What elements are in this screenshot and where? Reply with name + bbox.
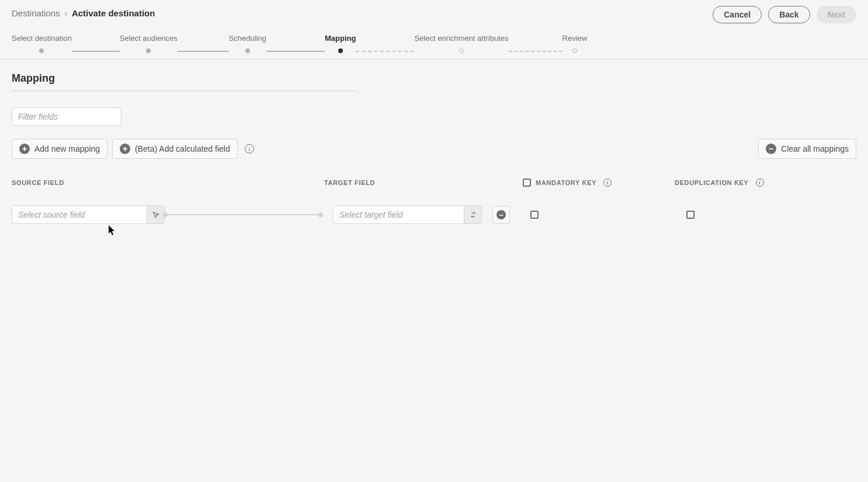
chevron-right-icon: › — [65, 9, 67, 18]
step-connector — [356, 51, 414, 52]
minus-circle-icon: − — [497, 210, 506, 219]
source-field-picker-button[interactable] — [147, 206, 164, 223]
link-dot-icon — [318, 212, 323, 217]
next-button: Next — [817, 6, 856, 23]
add-new-mapping-button[interactable]: + Add new mapping — [12, 139, 107, 159]
step-label: Review — [563, 34, 588, 48]
mapping-link-line — [165, 214, 321, 215]
step-dot-icon — [459, 48, 464, 53]
info-icon[interactable]: i — [245, 144, 254, 153]
column-header-source: SOURCE FIELD — [12, 179, 324, 186]
add-calculated-field-button[interactable]: + (Beta) Add calculated field — [112, 139, 238, 159]
step-dot-icon — [146, 48, 151, 53]
cursor-icon — [152, 211, 160, 219]
link-dot-icon — [163, 212, 168, 217]
column-header-dedup: DEDUPLICATION KEY — [675, 179, 749, 186]
cancel-button[interactable]: Cancel — [713, 6, 762, 23]
step-scheduling[interactable]: Scheduling — [229, 34, 266, 53]
column-header-mandatory: MANDATORY KEY — [536, 179, 596, 186]
breadcrumb-root[interactable]: Destinations — [12, 8, 60, 18]
filter-fields-input[interactable] — [12, 107, 121, 126]
step-label: Select audiences — [120, 34, 178, 48]
back-button[interactable]: Back — [768, 6, 810, 23]
deduplication-key-checkbox[interactable] — [686, 211, 695, 219]
stepper: Select destination Select audiences Sche… — [0, 23, 868, 59]
swap-icon — [469, 211, 477, 219]
step-dot-icon — [338, 48, 343, 53]
step-connector — [72, 51, 120, 52]
step-connector — [178, 51, 229, 52]
add-new-mapping-label: Add new mapping — [34, 144, 100, 153]
column-header-target: TARGET FIELD — [324, 179, 523, 186]
clear-all-mappings-label: Clear all mappings — [781, 144, 849, 153]
breadcrumb: Destinations › Activate destination — [12, 8, 155, 18]
step-mapping[interactable]: Mapping — [325, 34, 356, 53]
step-label: Mapping — [325, 34, 356, 48]
breadcrumb-current: Activate destination — [72, 8, 155, 18]
title-rule — [12, 90, 356, 91]
step-select-destination[interactable]: Select destination — [12, 34, 72, 53]
source-field-wrap — [12, 205, 165, 224]
source-field-input[interactable] — [12, 206, 147, 223]
info-icon[interactable]: i — [756, 179, 764, 187]
plus-circle-icon: + — [19, 144, 30, 154]
step-dot-icon — [572, 48, 577, 53]
step-connector — [266, 51, 325, 52]
header-actions: Cancel Back Next — [713, 6, 856, 23]
page-title: Mapping — [12, 72, 856, 90]
target-field-input[interactable] — [334, 206, 464, 223]
minus-circle-icon: − — [766, 144, 776, 154]
step-label: Select destination — [12, 34, 72, 48]
info-icon[interactable]: i — [603, 179, 612, 187]
step-dot-icon — [245, 48, 250, 53]
step-select-audiences[interactable]: Select audiences — [120, 34, 178, 53]
step-label: Select enrichment attributes — [414, 34, 508, 48]
add-calculated-field-label: (Beta) Add calculated field — [135, 144, 230, 153]
target-field-picker-button[interactable] — [464, 206, 481, 223]
mandatory-key-checkbox[interactable] — [530, 211, 539, 219]
mapping-row: − — [12, 205, 856, 224]
mandatory-key-master-checkbox[interactable] — [523, 179, 531, 187]
step-dot-icon — [39, 48, 44, 53]
target-field-wrap — [333, 205, 482, 224]
clear-all-mappings-button[interactable]: − Clear all mappings — [758, 139, 856, 159]
step-review: Review — [563, 34, 588, 53]
step-connector — [509, 51, 563, 52]
remove-mapping-button[interactable]: − — [492, 206, 510, 223]
plus-circle-icon: + — [120, 144, 130, 154]
step-label: Scheduling — [229, 34, 266, 48]
step-select-enrichment: Select enrichment attributes — [414, 34, 508, 53]
